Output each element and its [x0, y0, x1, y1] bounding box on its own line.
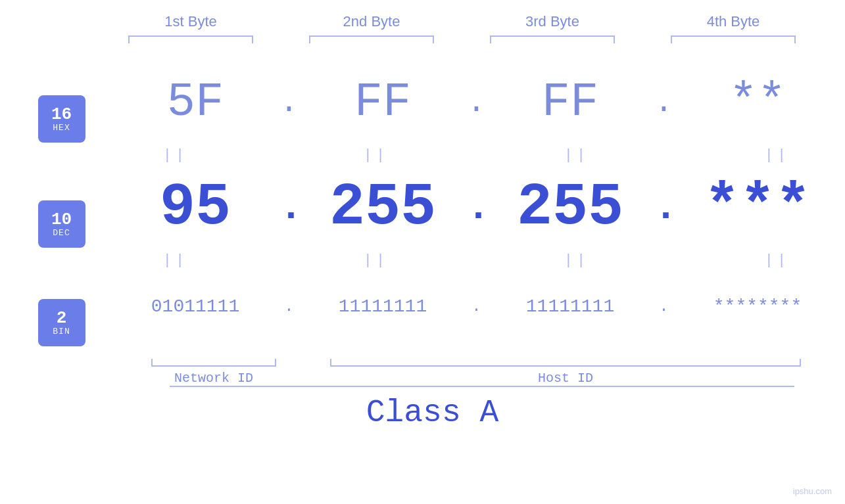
watermark: ipshu.com — [793, 486, 832, 496]
rows-wrapper: 16 HEX 10 DEC 2 BIN — [38, 63, 827, 359]
byte2-header: 2nd Byte — [281, 13, 462, 30]
equals-row-1: || || || || — [85, 142, 846, 168]
dec-label-item: 10 DEC — [38, 188, 85, 267]
bin-cell-1: 01011111 — [105, 296, 286, 317]
hex-base: HEX — [53, 123, 70, 133]
dec-val-1: 95 — [160, 174, 231, 241]
byte3-header: 3rd Byte — [462, 13, 643, 30]
hex-cell-1: 5F — [105, 76, 286, 129]
hex-val-2: FF — [354, 76, 411, 129]
bin-val-3: 11111111 — [526, 296, 614, 317]
spacer-eq2 — [38, 267, 85, 293]
dec-cell-3: 255 — [480, 174, 661, 241]
hex-cell-3: FF — [480, 76, 661, 129]
hex-row: 5F . FF . FF . ** — [85, 63, 846, 142]
dec-cell-2: 255 — [293, 174, 473, 241]
network-id-area: Network ID — [124, 359, 304, 386]
bottom-labels-row: Network ID Host ID — [38, 359, 827, 386]
hex-cell-2: FF — [293, 76, 473, 129]
bin-cell-4: ******** — [667, 296, 846, 317]
hex-val-4: ** — [729, 76, 786, 129]
bin-cell-3: 11111111 — [480, 296, 661, 317]
dec-row: 95 . 255 . 255 . *** — [85, 168, 846, 247]
bin-label-item: 2 BIN — [38, 293, 85, 359]
dec-base: DEC — [53, 228, 70, 238]
dec-cell-1: 95 — [105, 174, 286, 241]
hex-badge: 16 HEX — [38, 95, 85, 143]
class-bracket-line — [170, 386, 794, 387]
bracket3 — [462, 35, 643, 43]
values-grid: 5F . FF . FF . ** || || — [85, 63, 846, 359]
bin-num: 2 — [57, 309, 67, 327]
bin-val-1: 01011111 — [151, 296, 239, 317]
host-id-area: Host ID — [304, 359, 827, 386]
eq2-c3: || — [487, 252, 667, 269]
dec-val-3: 255 — [517, 174, 623, 241]
dec-badge: 10 DEC — [38, 200, 85, 248]
top-brackets — [39, 35, 845, 43]
network-id-label: Network ID — [174, 371, 253, 386]
hex-val-3: FF — [542, 76, 598, 129]
bottom-section: Network ID Host ID Class A — [38, 359, 827, 430]
hex-num: 16 — [51, 106, 72, 123]
hex-val-1: 5F — [167, 76, 224, 129]
eq1-c4: || — [687, 147, 846, 164]
bin-badge: 2 BIN — [38, 299, 85, 346]
bracket-line-4 — [671, 35, 796, 43]
bracket-line-2 — [309, 35, 434, 43]
dec-cell-4: *** — [667, 174, 846, 241]
bracket1 — [101, 35, 281, 43]
host-id-label: Host ID — [538, 371, 593, 386]
dec-num: 10 — [51, 211, 72, 228]
hex-cell-4: ** — [667, 76, 846, 129]
dec-val-4: *** — [704, 174, 811, 241]
eq1-c2: || — [286, 147, 467, 164]
bin-val-4: ******** — [713, 296, 802, 317]
label-stack: 16 HEX 10 DEC 2 BIN — [38, 63, 85, 359]
byte-headers: 1st Byte 2nd Byte 3rd Byte 4th Byte — [39, 13, 845, 30]
bin-val-2: 11111111 — [339, 296, 427, 317]
bracket4 — [643, 35, 824, 43]
main-container: 1st Byte 2nd Byte 3rd Byte 4th Byte 16 H… — [0, 0, 845, 504]
byte1-header: 1st Byte — [101, 13, 281, 30]
bracket-line-3 — [490, 35, 615, 43]
eq1-c3: || — [487, 147, 667, 164]
eq2-c1: || — [85, 252, 266, 269]
hex-label-item: 16 HEX — [38, 83, 85, 162]
bracket2 — [281, 35, 462, 43]
bin-row: 01011111 . 11111111 . 11111111 . *******… — [85, 273, 846, 339]
bin-base: BIN — [53, 327, 70, 336]
dec-val-2: 255 — [329, 174, 436, 241]
host-bracket-line — [330, 359, 801, 367]
spacer-eq1 — [38, 162, 85, 188]
eq2-c2: || — [286, 252, 467, 269]
eq1-c1: || — [85, 147, 266, 164]
bin-cell-2: 11111111 — [293, 296, 473, 317]
bracket-line-1 — [128, 35, 253, 43]
network-bracket-line — [151, 359, 276, 367]
byte4-header: 4th Byte — [643, 13, 824, 30]
class-label: Class A — [38, 395, 827, 430]
eq2-c4: || — [687, 252, 846, 269]
equals-row-2: || || || || — [85, 247, 846, 273]
